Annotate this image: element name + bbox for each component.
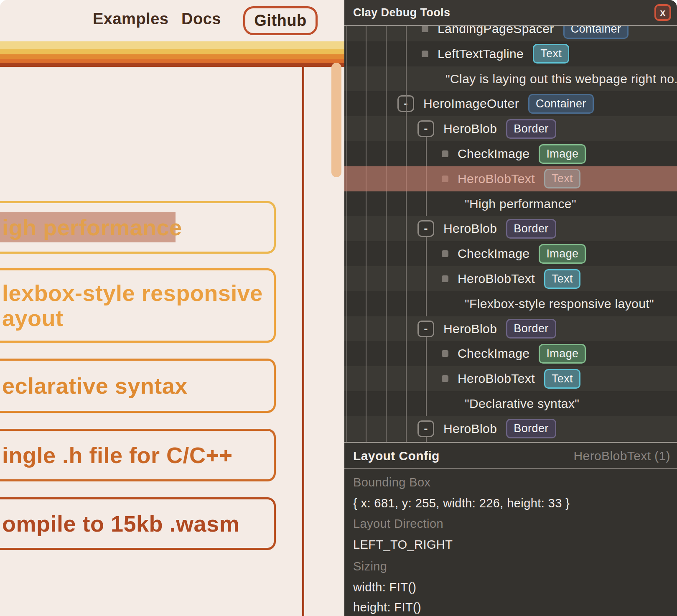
indent-guide-line: [386, 26, 387, 442]
element-name: CheckImage: [458, 346, 529, 361]
leaf-bullet-icon: [422, 25, 428, 32]
element-name: HeroBlob: [443, 422, 497, 436]
header-divider: [344, 25, 677, 26]
config-divider: [344, 468, 677, 469]
tree-element-row[interactable]: -HeroImageOuterContainer: [344, 91, 677, 116]
layout-config-title: Layout Config: [353, 449, 440, 463]
hero-feature-text: ompile to 15kb .wasm: [2, 511, 274, 536]
indent-guide-line: [426, 237, 427, 316]
screen: Examples Docs Github igh performancelexb…: [0, 0, 677, 616]
element-text-content: "Clay is laying out this webpage right n…: [445, 72, 677, 86]
config-field-label: Bounding Box: [353, 476, 430, 489]
gradient-stripe: [0, 59, 344, 63]
leaf-bullet-icon: [442, 350, 448, 357]
tree-text-content-row: "Flexbox-style responsive layout": [344, 291, 677, 316]
selected-row-highlight: [344, 166, 677, 191]
element-type-badge: Border: [506, 319, 556, 339]
element-type-badge: Container: [528, 94, 594, 114]
element-type-badge: Image: [539, 144, 586, 164]
tree-element-row[interactable]: -HeroBlobBorder: [344, 116, 677, 141]
hero-feature-box: ingle .h file for C/C++: [0, 429, 276, 481]
tree-text-content-row: "Declarative syntax": [344, 391, 677, 416]
config-field-label: Layout Direction: [353, 517, 443, 531]
element-name: HeroBlob: [443, 122, 497, 136]
layout-config-section: Layout Config HeroBlobText (1) Bounding …: [344, 442, 677, 616]
leaf-bullet-icon: [442, 150, 448, 157]
hero-feature-text: igh performance: [2, 215, 274, 240]
nav-link-examples[interactable]: Examples: [93, 10, 168, 28]
collapse-toggle[interactable]: -: [417, 120, 434, 137]
page-column-divider: [302, 67, 304, 616]
element-type-badge: Image: [539, 244, 586, 264]
nav-link-docs[interactable]: Docs: [181, 10, 221, 28]
gradient-stripe: [0, 41, 344, 49]
element-type-badge: Image: [539, 344, 586, 364]
tree-element-row[interactable]: HeroBlobTextText: [344, 366, 677, 391]
element-text-content: "Flexbox-style responsive layout": [465, 297, 654, 311]
clay-debug-panel: LandingPageSpacerContainerLeftTextTaglin…: [344, 0, 677, 616]
element-type-badge: Border: [506, 119, 556, 139]
hero-feature-text: ayout: [2, 305, 274, 331]
hero-feature-box: ompile to 15kb .wasm: [0, 497, 276, 550]
element-name: HeroBlob: [443, 322, 497, 336]
element-type-badge: Text: [544, 369, 580, 389]
hero-feature-text: eclarative syntax: [2, 373, 274, 398]
tree-element-row[interactable]: CheckImageImage: [344, 341, 677, 366]
hero-feature-box: igh performance: [0, 201, 276, 254]
tree-element-row[interactable]: -HeroBlobBorder: [344, 316, 677, 341]
element-name: HeroBlobText: [458, 372, 535, 386]
hero-feature-text: lexbox-style responsive: [2, 280, 274, 305]
hero-feature-box: eclarative syntax: [0, 359, 276, 413]
element-text-content: "Declarative syntax": [465, 397, 579, 411]
element-name: CheckImage: [458, 247, 529, 261]
tree-element-row[interactable]: LeftTextTaglineText: [344, 41, 677, 66]
tree-element-row[interactable]: CheckImageImage: [344, 141, 677, 166]
collapse-toggle[interactable]: -: [417, 220, 434, 237]
indent-guide-line: [366, 26, 366, 442]
config-field-value: { x: 681, y: 255, width: 226, height: 33…: [353, 496, 570, 510]
collapse-toggle[interactable]: -: [417, 321, 434, 337]
element-type-badge: Text: [533, 44, 569, 64]
config-field-value: width: FIT(): [353, 580, 416, 594]
page-scrollbar-thumb[interactable]: [331, 63, 341, 177]
element-name: LeftTextTagline: [438, 47, 524, 61]
element-type-badge: Border: [506, 419, 556, 438]
element-name: HeroImageOuter: [423, 97, 519, 111]
github-button[interactable]: Github: [243, 6, 318, 35]
tree-element-row[interactable]: -HeroBlobBorder: [344, 416, 677, 441]
debug-panel-header: Clay Debug Tools x: [344, 0, 677, 25]
element-text-content: "High performance": [465, 197, 576, 211]
close-icon[interactable]: x: [654, 4, 671, 21]
leaf-bullet-icon: [442, 275, 448, 282]
config-field-label: Sizing: [353, 560, 387, 573]
clay-website-page: Examples Docs Github igh performancelexb…: [0, 0, 344, 616]
leaf-bullet-icon: [442, 375, 448, 382]
indent-guide-line: [346, 26, 347, 442]
element-type-badge: Border: [506, 219, 556, 239]
gradient-stripe: [0, 63, 344, 67]
element-name: HeroBlob: [443, 221, 497, 236]
config-field-value: height: FIT(): [353, 601, 421, 614]
debug-panel-title: Clay Debug Tools: [353, 0, 450, 25]
tree-text-content-row: "Clay is laying out this webpage right n…: [344, 66, 677, 92]
leaf-bullet-icon: [422, 51, 428, 57]
element-name: HeroBlobText: [458, 272, 535, 286]
hero-feature-text: ingle .h file for C/C++: [2, 443, 274, 468]
tree-text-content-row: "High performance": [344, 191, 677, 216]
leaf-bullet-icon: [442, 250, 448, 257]
selected-element-label: HeroBlobText (1): [574, 449, 671, 463]
tree-element-row[interactable]: -HeroBlobBorder: [344, 216, 677, 241]
config-field-value: LEFT_TO_RIGHT: [353, 538, 453, 552]
indent-guide-line: [406, 26, 407, 442]
collapse-toggle[interactable]: -: [417, 420, 434, 437]
element-name: CheckImage: [458, 147, 529, 161]
gradient-stripe: [0, 49, 344, 54]
gradient-stripe: [0, 54, 344, 59]
indent-guide-line: [426, 437, 427, 442]
indent-guide-line: [426, 337, 427, 416]
tree-element-row[interactable]: HeroBlobTextText: [344, 266, 677, 291]
element-type-badge: Text: [544, 269, 580, 289]
tree-element-row[interactable]: CheckImageImage: [344, 241, 677, 266]
hero-feature-box: lexbox-style responsiveayout: [0, 268, 276, 343]
